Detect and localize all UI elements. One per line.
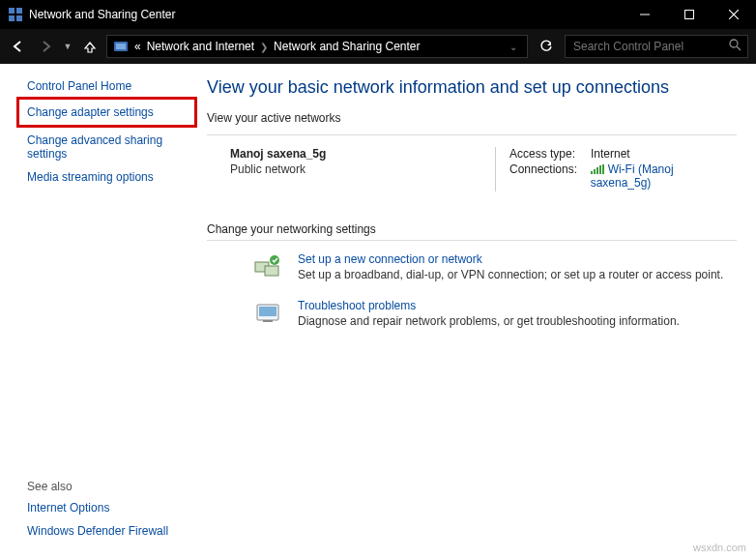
troubleshoot-icon — [253, 299, 284, 330]
svg-line-11 — [737, 46, 741, 50]
task-troubleshoot: Troubleshoot problems Diagnose and repai… — [207, 299, 737, 330]
svg-rect-21 — [259, 307, 276, 316]
svg-rect-14 — [596, 167, 598, 174]
wifi-connection-link[interactable]: Wi-Fi (Manoj saxena_5g) — [591, 162, 674, 190]
setup-connection-desc: Set up a broadband, dial-up, or VPN conn… — [298, 268, 723, 281]
change-settings-heading: Change your networking settings — [207, 222, 737, 236]
svg-point-10 — [730, 40, 738, 47]
sidebar: Control Panel Home Change adapter settin… — [0, 64, 203, 559]
svg-rect-9 — [116, 44, 126, 49]
page-heading: View your basic network information and … — [207, 77, 737, 98]
troubleshoot-desc: Diagnose and repair network problems, or… — [298, 314, 680, 328]
network-info: Manoj saxena_5g Public network Access ty… — [207, 147, 737, 201]
up-button[interactable] — [79, 36, 101, 57]
svg-point-19 — [270, 255, 279, 265]
task-setup-connection: Set up a new connection or network Set u… — [207, 252, 737, 283]
svg-rect-22 — [263, 320, 273, 322]
close-button[interactable] — [712, 0, 756, 29]
window-title: Network and Sharing Center — [29, 8, 623, 21]
back-button[interactable] — [8, 36, 29, 57]
media-streaming-options-link[interactable]: Media streaming options — [27, 170, 189, 184]
network-name: Manoj saxena_5g — [230, 147, 495, 161]
troubleshoot-link[interactable]: Troubleshoot problems — [298, 299, 680, 312]
watermark: wsxdn.com — [693, 542, 746, 553]
access-type-label: Access type: — [509, 147, 591, 161]
content-body: Control Panel Home Change adapter settin… — [0, 64, 756, 559]
control-panel-icon — [113, 39, 129, 54]
refresh-button[interactable] — [534, 35, 559, 58]
main-panel: View your basic network information and … — [203, 64, 756, 559]
wifi-signal-icon — [591, 163, 604, 173]
setup-connection-link[interactable]: Set up a new connection or network — [298, 252, 723, 266]
breadcrumb[interactable]: « Network and Internet ❯ Network and Sha… — [106, 35, 528, 58]
connections-label: Connections: — [509, 162, 591, 190]
breadcrumb-dropdown[interactable]: ⌄ — [506, 42, 521, 52]
search-icon[interactable] — [729, 39, 741, 54]
setup-connection-icon — [253, 252, 284, 283]
title-bar: Network and Sharing Center — [0, 0, 756, 29]
svg-rect-5 — [685, 11, 694, 19]
network-type: Public network — [230, 162, 495, 176]
recent-dropdown[interactable]: ▼ — [62, 36, 73, 57]
internet-options-link[interactable]: Internet Options — [27, 501, 189, 515]
change-advanced-sharing-link[interactable]: Change advanced sharing settings — [27, 133, 189, 161]
breadcrumb-overflow[interactable]: « — [134, 40, 141, 53]
search-box[interactable] — [565, 35, 748, 58]
see-also-heading: See also — [27, 480, 189, 493]
svg-rect-0 — [9, 8, 15, 14]
svg-rect-12 — [591, 171, 593, 174]
svg-rect-1 — [16, 8, 22, 14]
svg-rect-3 — [16, 15, 22, 21]
forward-button[interactable] — [35, 36, 56, 57]
svg-rect-15 — [599, 165, 601, 174]
change-adapter-settings-link[interactable]: Change adapter settings — [27, 105, 187, 119]
access-type-value: Internet — [591, 147, 630, 161]
active-networks-heading: View your active networks — [207, 111, 737, 125]
windows-defender-firewall-link[interactable]: Windows Defender Firewall — [27, 524, 189, 538]
svg-rect-13 — [594, 169, 596, 174]
minimize-button[interactable] — [623, 0, 667, 29]
control-panel-home-link[interactable]: Control Panel Home — [27, 79, 189, 93]
breadcrumb-item-sharing-center[interactable]: Network and Sharing Center — [274, 40, 420, 53]
app-icon — [8, 7, 23, 22]
maximize-button[interactable] — [667, 0, 712, 29]
chevron-right-icon: ❯ — [260, 42, 268, 52]
address-bar: ▼ « Network and Internet ❯ Network and S… — [0, 29, 756, 64]
svg-rect-16 — [602, 164, 604, 174]
search-input[interactable] — [571, 39, 729, 54]
svg-rect-18 — [265, 266, 278, 276]
svg-rect-2 — [9, 15, 15, 21]
highlight-box: Change adapter settings — [16, 97, 197, 128]
breadcrumb-item-network-internet[interactable]: Network and Internet — [147, 40, 254, 53]
